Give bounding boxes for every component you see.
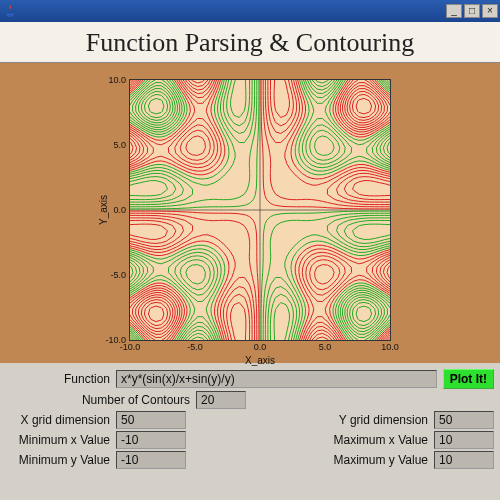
minimize-button[interactable]: _ [446,4,462,18]
x-axis-ticks: -10.0 -5.0 0.0 5.0 10.0 [130,342,390,354]
xtick-label: 10.0 [381,342,399,352]
xtick-label: -10.0 [120,342,141,352]
controls-panel: Function Plot It! Number of Contours X g… [0,363,500,475]
xmin-input[interactable] [116,431,186,449]
title-bar: _ □ × [0,0,500,22]
ygrid-input[interactable] [434,411,494,429]
xmin-label: Minimum x Value [6,433,116,447]
xtick-label: 5.0 [319,342,332,352]
xgrid-label: X grid dimension [6,413,116,427]
ymax-input[interactable] [434,451,494,469]
function-label: Function [6,372,116,386]
ymin-input[interactable] [116,451,186,469]
ytick-label: 0.0 [113,205,126,215]
java-icon [2,3,18,19]
xgrid-input[interactable] [116,411,186,429]
x-axis-label: X_axis [245,355,275,366]
y-axis-ticks: 10.0 5.0 0.0 -5.0 -10.0 [100,80,126,340]
xtick-label: 0.0 [254,342,267,352]
plot-box: Y_axis X_axis 10.0 5.0 0.0 -5.0 -10.0 -1… [130,80,390,340]
ymin-label: Minimum y Value [6,453,116,467]
function-input[interactable] [116,370,437,388]
close-button[interactable]: × [482,4,498,18]
xtick-label: -5.0 [187,342,203,352]
ytick-label: 10.0 [108,75,126,85]
plot-button[interactable]: Plot It! [443,369,494,389]
ymax-label: Maximum y Value [314,453,434,467]
ncontours-input[interactable] [196,391,246,409]
ytick-label: 5.0 [113,140,126,150]
ytick-label: -5.0 [110,270,126,280]
xmax-label: Maximum x Value [314,433,434,447]
page-title: Function Parsing & Contouring [0,22,500,63]
maximize-button[interactable]: □ [464,4,480,18]
plot-panel: Y_axis X_axis 10.0 5.0 0.0 -5.0 -10.0 -1… [0,63,500,363]
ygrid-label: Y grid dimension [314,413,434,427]
xmax-input[interactable] [434,431,494,449]
ncontours-label: Number of Contours [6,393,196,407]
contour-chart [130,80,390,340]
